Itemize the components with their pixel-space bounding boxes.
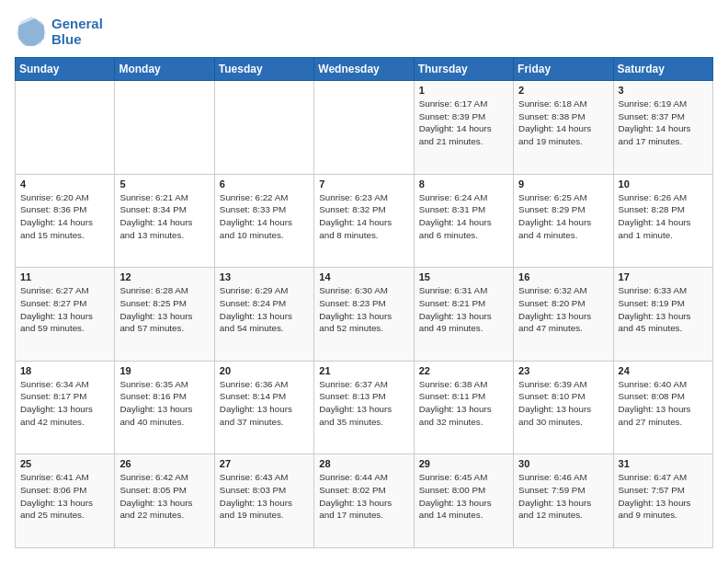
- day-info: Sunrise: 6:36 AMSunset: 8:14 PMDaylight:…: [220, 378, 309, 429]
- day-cell-8: 8Sunrise: 6:24 AMSunset: 8:31 PMDaylight…: [414, 174, 513, 268]
- day-info: Sunrise: 6:39 AMSunset: 8:10 PMDaylight:…: [518, 378, 608, 429]
- day-info: Sunrise: 6:25 AMSunset: 8:29 PMDaylight:…: [518, 191, 608, 242]
- day-number: 30: [518, 458, 608, 469]
- day-cell-26: 26Sunrise: 6:42 AMSunset: 8:05 PMDayligh…: [115, 454, 214, 548]
- day-cell-31: 31Sunrise: 6:47 AMSunset: 7:57 PMDayligh…: [613, 454, 712, 548]
- day-info: Sunrise: 6:22 AMSunset: 8:33 PMDaylight:…: [220, 191, 309, 242]
- day-header-monday: Monday: [115, 58, 214, 81]
- day-number: 16: [518, 271, 608, 282]
- day-info: Sunrise: 6:44 AMSunset: 8:02 PMDaylight:…: [319, 471, 408, 522]
- day-number: 15: [419, 271, 508, 282]
- page: GeneralBlue SundayMondayTuesdayWednesday…: [0, 0, 728, 563]
- day-cell-3: 3Sunrise: 6:19 AMSunset: 8:37 PMDaylight…: [613, 81, 712, 175]
- day-info: Sunrise: 6:23 AMSunset: 8:32 PMDaylight:…: [319, 191, 408, 242]
- day-number: 21: [319, 365, 408, 376]
- day-cell-4: 4Sunrise: 6:20 AMSunset: 8:36 PMDaylight…: [16, 174, 115, 268]
- day-info: Sunrise: 6:42 AMSunset: 8:05 PMDaylight:…: [119, 471, 209, 522]
- logo-svg: [15, 15, 48, 48]
- day-number: 23: [518, 365, 608, 376]
- day-number: 3: [619, 85, 708, 96]
- day-info: Sunrise: 6:24 AMSunset: 8:31 PMDaylight:…: [419, 191, 508, 242]
- day-cell-28: 28Sunrise: 6:44 AMSunset: 8:02 PMDayligh…: [314, 454, 414, 548]
- day-header-thursday: Thursday: [414, 58, 513, 81]
- day-number: 7: [319, 178, 408, 190]
- day-info: Sunrise: 6:30 AMSunset: 8:23 PMDaylight:…: [319, 284, 408, 335]
- day-info: Sunrise: 6:17 AMSunset: 8:39 PMDaylight:…: [419, 98, 508, 148]
- week-row-3: 18Sunrise: 6:34 AMSunset: 8:17 PMDayligh…: [16, 361, 713, 454]
- day-header-friday: Friday: [514, 58, 613, 81]
- calendar-header-row: SundayMondayTuesdayWednesdayThursdayFrid…: [16, 58, 713, 81]
- day-cell-25: 25Sunrise: 6:41 AMSunset: 8:06 PMDayligh…: [16, 454, 115, 548]
- day-info: Sunrise: 6:45 AMSunset: 8:00 PMDaylight:…: [419, 471, 508, 522]
- day-cell-12: 12Sunrise: 6:28 AMSunset: 8:25 PMDayligh…: [115, 268, 214, 362]
- day-header-sunday: Sunday: [16, 58, 115, 81]
- day-cell-24: 24Sunrise: 6:40 AMSunset: 8:08 PMDayligh…: [613, 361, 712, 454]
- day-info: Sunrise: 6:47 AMSunset: 7:57 PMDaylight:…: [619, 471, 708, 522]
- day-header-saturday: Saturday: [613, 58, 712, 81]
- day-info: Sunrise: 6:43 AMSunset: 8:03 PMDaylight:…: [220, 471, 309, 522]
- day-info: Sunrise: 6:31 AMSunset: 8:21 PMDaylight:…: [419, 284, 508, 335]
- day-cell-21: 21Sunrise: 6:37 AMSunset: 8:13 PMDayligh…: [314, 361, 414, 454]
- day-info: Sunrise: 6:26 AMSunset: 8:28 PMDaylight:…: [619, 191, 708, 242]
- day-number: 5: [119, 178, 209, 190]
- day-cell-9: 9Sunrise: 6:25 AMSunset: 8:29 PMDaylight…: [514, 174, 613, 268]
- day-number: 14: [319, 271, 408, 282]
- day-number: 10: [619, 178, 708, 190]
- day-number: 18: [20, 365, 109, 376]
- day-number: 8: [419, 178, 508, 190]
- day-header-wednesday: Wednesday: [314, 58, 414, 81]
- day-number: 2: [518, 85, 608, 96]
- day-cell-16: 16Sunrise: 6:32 AMSunset: 8:20 PMDayligh…: [514, 268, 613, 362]
- day-cell-10: 10Sunrise: 6:26 AMSunset: 8:28 PMDayligh…: [613, 174, 712, 268]
- day-info: Sunrise: 6:21 AMSunset: 8:34 PMDaylight:…: [119, 191, 209, 242]
- empty-cell: [115, 81, 214, 175]
- day-info: Sunrise: 6:27 AMSunset: 8:27 PMDaylight:…: [20, 284, 109, 335]
- day-cell-20: 20Sunrise: 6:36 AMSunset: 8:14 PMDayligh…: [214, 361, 313, 454]
- day-cell-1: 1Sunrise: 6:17 AMSunset: 8:39 PMDaylight…: [414, 81, 513, 175]
- day-cell-18: 18Sunrise: 6:34 AMSunset: 8:17 PMDayligh…: [16, 361, 115, 454]
- day-cell-22: 22Sunrise: 6:38 AMSunset: 8:11 PMDayligh…: [414, 361, 513, 454]
- day-number: 20: [220, 365, 309, 376]
- week-row-2: 11Sunrise: 6:27 AMSunset: 8:27 PMDayligh…: [16, 268, 713, 362]
- day-cell-29: 29Sunrise: 6:45 AMSunset: 8:00 PMDayligh…: [414, 454, 513, 548]
- day-number: 13: [220, 271, 309, 282]
- empty-cell: [214, 81, 313, 175]
- day-info: Sunrise: 6:41 AMSunset: 8:06 PMDaylight:…: [20, 471, 109, 522]
- day-number: 11: [20, 271, 109, 282]
- day-header-tuesday: Tuesday: [214, 58, 313, 81]
- day-cell-2: 2Sunrise: 6:18 AMSunset: 8:38 PMDaylight…: [514, 81, 613, 175]
- day-number: 31: [619, 458, 708, 469]
- day-info: Sunrise: 6:33 AMSunset: 8:19 PMDaylight:…: [619, 284, 708, 335]
- logo: GeneralBlue: [15, 15, 103, 48]
- day-cell-6: 6Sunrise: 6:22 AMSunset: 8:33 PMDaylight…: [214, 174, 313, 268]
- day-cell-30: 30Sunrise: 6:46 AMSunset: 7:59 PMDayligh…: [514, 454, 613, 548]
- day-number: 9: [518, 178, 608, 190]
- day-info: Sunrise: 6:18 AMSunset: 8:38 PMDaylight:…: [518, 98, 608, 148]
- day-cell-14: 14Sunrise: 6:30 AMSunset: 8:23 PMDayligh…: [314, 268, 414, 362]
- day-cell-19: 19Sunrise: 6:35 AMSunset: 8:16 PMDayligh…: [115, 361, 214, 454]
- day-info: Sunrise: 6:37 AMSunset: 8:13 PMDaylight:…: [319, 378, 408, 429]
- day-number: 19: [119, 365, 209, 376]
- day-info: Sunrise: 6:29 AMSunset: 8:24 PMDaylight:…: [220, 284, 309, 335]
- day-cell-5: 5Sunrise: 6:21 AMSunset: 8:34 PMDaylight…: [115, 174, 214, 268]
- header: GeneralBlue: [15, 15, 713, 48]
- day-info: Sunrise: 6:40 AMSunset: 8:08 PMDaylight:…: [619, 378, 708, 429]
- day-number: 6: [220, 178, 309, 190]
- day-number: 29: [419, 458, 508, 469]
- calendar: SundayMondayTuesdayWednesdayThursdayFrid…: [15, 57, 713, 548]
- day-info: Sunrise: 6:38 AMSunset: 8:11 PMDaylight:…: [419, 378, 508, 429]
- day-number: 1: [419, 85, 508, 96]
- day-number: 17: [619, 271, 708, 282]
- day-number: 22: [419, 365, 508, 376]
- day-cell-11: 11Sunrise: 6:27 AMSunset: 8:27 PMDayligh…: [16, 268, 115, 362]
- empty-cell: [314, 81, 414, 175]
- day-info: Sunrise: 6:35 AMSunset: 8:16 PMDaylight:…: [119, 378, 209, 429]
- day-info: Sunrise: 6:20 AMSunset: 8:36 PMDaylight:…: [20, 191, 109, 242]
- day-number: 26: [119, 458, 209, 469]
- day-info: Sunrise: 6:28 AMSunset: 8:25 PMDaylight:…: [119, 284, 209, 335]
- day-number: 25: [20, 458, 109, 469]
- week-row-1: 4Sunrise: 6:20 AMSunset: 8:36 PMDaylight…: [16, 174, 713, 268]
- day-cell-17: 17Sunrise: 6:33 AMSunset: 8:19 PMDayligh…: [613, 268, 712, 362]
- day-number: 4: [20, 178, 109, 190]
- day-info: Sunrise: 6:46 AMSunset: 7:59 PMDaylight:…: [518, 471, 608, 522]
